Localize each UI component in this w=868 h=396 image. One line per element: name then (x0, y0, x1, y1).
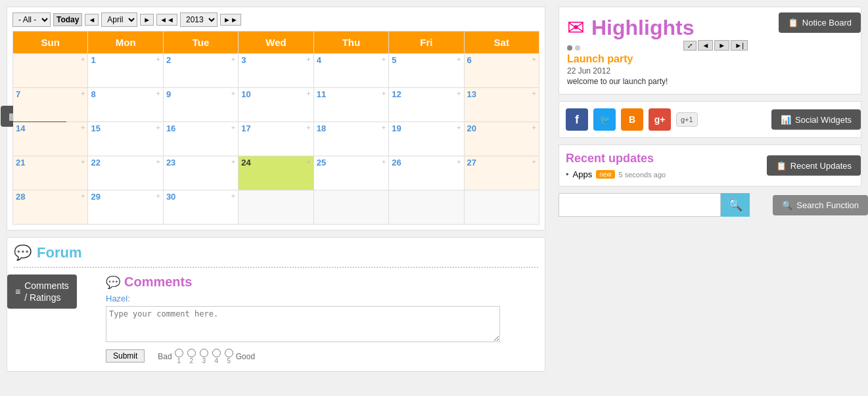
table-row[interactable]: 22+ (88, 156, 163, 190)
rating-4[interactable]: 4 (212, 349, 221, 364)
search-section: 🔍 🔍 Search Function (559, 193, 861, 217)
calendar-section: ▦ Calendar - All - Today ◄ April ► ◄◄ 20… (7, 7, 545, 231)
dot-1[interactable] (567, 45, 572, 51)
comments-title: 💬 Comments (106, 275, 538, 290)
comments-section: 💬 Comments Hazel: Submit Bad 1 2 (14, 275, 538, 364)
prev-month-button[interactable]: ◄ (85, 14, 99, 26)
social-section: f 🐦 B g+ g+1 📊 Social Widgets (559, 101, 861, 138)
table-row[interactable]: 26+ (389, 156, 464, 190)
good-label: Good (236, 352, 255, 361)
highlight-event-title: Launch party (567, 53, 748, 65)
table-row[interactable]: 30+ (163, 190, 238, 225)
next2-button[interactable]: ►► (220, 14, 241, 26)
table-row[interactable]: 21+ (13, 156, 88, 190)
recent-item-name: Apps (573, 169, 593, 179)
table-row-today[interactable]: 24+ (239, 156, 313, 190)
calendar-table: Sun Mon Tue Wed Thu Fri Sat + 1+ 2+ 3+ (12, 31, 539, 225)
forum-section: 💬 Forum ≡ Comments/ Ratings 💬 Comments H… (7, 237, 545, 372)
table-row[interactable] (389, 190, 464, 225)
col-sat: Sat (464, 32, 539, 54)
expand-button[interactable]: ⤢ (683, 41, 697, 51)
all-select[interactable]: - All - (12, 12, 51, 27)
forum-title: 💬 Forum (14, 244, 538, 268)
highlights-envelope-icon: ✉ (567, 15, 585, 40)
table-row[interactable]: 19+ (389, 122, 464, 156)
highlights-section: 📋 Notice Board ✉ Highlights ⤢ ◄ ► ►| (559, 7, 861, 95)
blogger-icon[interactable]: B (621, 108, 643, 131)
bad-label: Bad (158, 352, 171, 361)
col-tue: Tue (163, 32, 238, 54)
search-input[interactable] (559, 193, 721, 217)
table-row[interactable]: + (13, 54, 88, 88)
search-function-icon: 🔍 (782, 200, 792, 210)
highlight-last-button[interactable]: ►| (731, 40, 748, 51)
comment-textarea[interactable] (106, 306, 500, 342)
social-widgets-icon: 📊 (781, 115, 791, 125)
user-label: Hazel: (106, 294, 538, 303)
table-row[interactable]: 12+ (389, 88, 464, 122)
table-row[interactable]: 20+ (464, 122, 539, 156)
table-row[interactable]: 28+ (13, 190, 88, 225)
dot-2[interactable] (575, 45, 580, 51)
col-mon: Mon (88, 32, 163, 54)
highlight-item: Launch party 22 Jun 2012 welcome to our … (567, 53, 748, 86)
table-row[interactable]: 8+ (88, 88, 163, 122)
recent-updates-icon: 📋 (776, 161, 787, 171)
table-row[interactable]: 10+ (239, 88, 313, 122)
highlight-next-button[interactable]: ► (714, 40, 729, 51)
year-select[interactable]: 2013 (180, 12, 217, 27)
table-row[interactable]: 2+ (163, 54, 238, 88)
rating-1[interactable]: 1 (175, 349, 183, 364)
search-icon: 🔍 (728, 198, 742, 212)
notice-board-icon: 📋 (788, 18, 798, 28)
table-row[interactable]: 1+ (88, 54, 163, 88)
table-row[interactable] (464, 190, 539, 225)
calendar-toolbar: - All - Today ◄ April ► ◄◄ 2013 ►► (12, 12, 539, 27)
table-row[interactable]: 17+ (239, 122, 313, 156)
table-row[interactable] (239, 190, 313, 225)
highlight-prev-button[interactable]: ◄ (698, 40, 713, 51)
table-row[interactable]: 14+ (13, 122, 88, 156)
rating-3[interactable]: 3 (200, 349, 208, 364)
table-row[interactable]: 4+ (313, 54, 388, 88)
rating-row: Bad 1 2 3 4 5 Good (158, 349, 255, 364)
recent-updates-section: Recent updates • Apps new 5 seconds ago … (559, 144, 861, 187)
rating-5[interactable]: 5 (225, 349, 233, 364)
table-row[interactable]: 7+ (13, 88, 88, 122)
table-row[interactable]: 13+ (464, 88, 539, 122)
table-row[interactable] (313, 190, 388, 225)
table-row[interactable]: 5+ (389, 54, 464, 88)
table-row[interactable]: 27+ (464, 156, 539, 190)
table-row[interactable]: 18+ (313, 122, 388, 156)
search-function-button[interactable]: 🔍 Search Function (773, 195, 868, 215)
social-widgets-button[interactable]: 📊 Social Widgets (771, 110, 861, 130)
table-row[interactable]: 23+ (163, 156, 238, 190)
recent-updates-button[interactable]: 📋 Recent Updates (767, 156, 861, 176)
table-row[interactable]: 11+ (313, 88, 388, 122)
forum-icon: 💬 (14, 244, 32, 261)
table-row[interactable]: 16+ (163, 122, 238, 156)
table-row[interactable]: 6+ (464, 54, 539, 88)
google-one-icon[interactable]: g+1 (676, 112, 698, 127)
highlight-nav: ⤢ ◄ ► ►| (683, 40, 748, 51)
twitter-icon[interactable]: 🐦 (593, 108, 616, 131)
rating-radio-group: 1 2 3 4 5 (175, 349, 233, 364)
facebook-icon[interactable]: f (566, 108, 588, 131)
notice-board-button[interactable]: 📋 Notice Board (779, 12, 861, 33)
month-select[interactable]: April (101, 12, 137, 27)
table-row[interactable]: 3+ (239, 54, 313, 88)
prev2-button[interactable]: ◄◄ (156, 14, 177, 26)
search-button[interactable]: 🔍 (721, 193, 750, 217)
table-row[interactable]: 29+ (88, 190, 163, 225)
table-row[interactable]: 9+ (163, 88, 238, 122)
today-button[interactable]: Today (53, 13, 82, 26)
table-row[interactable]: 15+ (88, 122, 163, 156)
col-sun: Sun (13, 32, 88, 54)
next-month-button[interactable]: ► (140, 14, 154, 26)
google-plus-icon[interactable]: g+ (649, 108, 671, 131)
table-row[interactable]: 25+ (313, 156, 388, 190)
submit-button[interactable]: Submit (106, 349, 145, 363)
col-wed: Wed (239, 32, 313, 54)
rating-2[interactable]: 2 (187, 349, 196, 364)
bullet-icon: • (566, 169, 569, 179)
